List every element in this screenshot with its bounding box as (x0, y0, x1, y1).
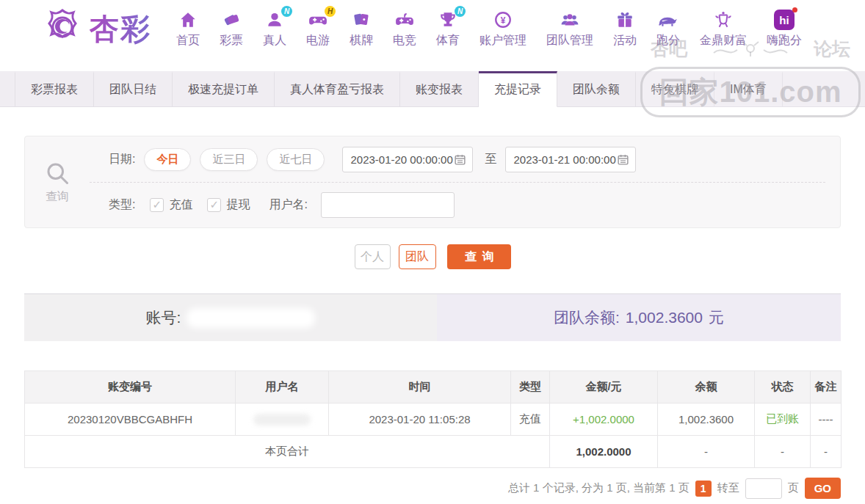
tab-fast-orders[interactable]: 极速充提订单 (173, 71, 275, 106)
deposit-checkbox-label: 充值 (169, 197, 192, 213)
go-button[interactable]: GO (805, 478, 841, 499)
current-page-badge[interactable]: 1 (695, 481, 712, 497)
summary-status: - (755, 436, 811, 468)
calendar-icon[interactable] (454, 153, 466, 166)
date-to-value: 2023-01-21 00:00:00 (513, 153, 615, 166)
type-filter-row: 类型: 充值 提现 用户名: (90, 182, 825, 227)
table-row: 20230120VBBCGABHFH 2023-01-20 11:05:28 充… (25, 403, 842, 436)
nav-egames[interactable]: H 电游 (306, 9, 330, 48)
deposit-checkbox[interactable]: 充值 (150, 197, 192, 213)
date-to-label: 至 (485, 152, 496, 167)
nav-label: 真人 (263, 33, 286, 48)
cell-type: 充值 (511, 403, 550, 436)
nav-label: 金鼎财富 (700, 33, 747, 48)
col-time: 时间 (329, 371, 511, 403)
date-from-input[interactable]: 2023-01-20 00:00:00 (342, 147, 473, 172)
cell-change-id: 20230120VBBCGABHFH (25, 403, 236, 436)
page-unit-label: 页 (788, 481, 799, 495)
nav-account-mgmt[interactable]: ¥ 账户管理 (479, 9, 526, 48)
redacted-username (253, 414, 311, 426)
goto-page-input[interactable] (745, 478, 782, 499)
team-balance-section: 团队余额: 1,002.3600 元 (437, 294, 841, 341)
rhino-icon (656, 9, 680, 31)
trophy-icon: N (436, 9, 460, 31)
gamepad-icon: H (306, 9, 330, 31)
redacted-account-value (187, 308, 315, 328)
main-nav: 首页 彩票 N 真人 (176, 9, 802, 48)
nav-label: 账户管理 (479, 33, 526, 48)
nav-label: 彩票 (220, 33, 243, 48)
nav-home[interactable]: 首页 (176, 9, 200, 48)
date-label: 日期: (109, 152, 135, 167)
col-status: 状态 (755, 371, 811, 403)
nav-label: 体育 (436, 33, 460, 48)
tab-team-daily[interactable]: 团队日结 (94, 71, 173, 106)
brand-name: 杏彩 (90, 9, 151, 49)
summary-amount: 1,002.0000 (550, 436, 658, 468)
col-change-id: 账变编号 (25, 371, 236, 403)
summary-remark: - (811, 436, 842, 468)
calendar-icon[interactable] (617, 153, 629, 166)
nav-label: 棋牌 (350, 33, 373, 48)
top-header: 杏彩 首页 彩票 N (0, 0, 865, 57)
date-to-input[interactable]: 2023-01-21 00:00:00 (505, 147, 636, 172)
nav-live[interactable]: N 真人 (263, 9, 286, 48)
action-buttons-row: 个人 团队 查询 (24, 244, 841, 269)
cell-amount: +1,002.0000 (550, 403, 658, 436)
cards-icon (350, 9, 373, 31)
hot-badge: H (325, 6, 336, 17)
nav-esports[interactable]: 电竞 (393, 9, 416, 48)
type-label: 类型: (109, 197, 135, 213)
tab-deposit-withdraw-records[interactable]: 充提记录 (479, 71, 557, 107)
nav-label: 电竞 (393, 33, 416, 48)
tab-lottery-report[interactable]: 彩票报表 (15, 71, 94, 106)
nav-cards[interactable]: 棋牌 (350, 9, 373, 48)
tab-team-balance[interactable]: 团队余额 (557, 71, 636, 106)
username-input[interactable] (321, 192, 455, 218)
search-filter-panel: 查询 日期: 今日 近三日 近七日 2023-01-20 00:00:00 (24, 136, 841, 228)
esports-gamepad-icon (393, 9, 416, 31)
team-button[interactable]: 团队 (399, 244, 436, 269)
red-dot-badge (792, 7, 797, 12)
cell-remark: ---- (811, 403, 842, 436)
gift-icon (613, 9, 637, 31)
nav-lottery[interactable]: 彩票 (220, 9, 243, 48)
nav-promos[interactable]: 活动 (613, 9, 637, 48)
tab-im-sports[interactable]: IM体育 (714, 71, 783, 106)
ding-vessel-icon (712, 9, 735, 31)
pagination-summary: 总计 1 个记录, 分为 1 页, 当前第 1 页 (508, 481, 690, 495)
new-badge: N (455, 6, 466, 17)
preset-7days-button[interactable]: 近七日 (267, 148, 325, 171)
date-filter-row: 日期: 今日 近三日 近七日 2023-01-20 00:00:00 至 (90, 136, 825, 182)
withdraw-checkbox-label: 提现 (226, 197, 250, 213)
nav-hipaofen[interactable]: hi 嗨跑分 (767, 9, 802, 48)
team-balance-label: 团队余额: (554, 307, 620, 328)
checkbox-checked-icon[interactable] (207, 198, 221, 212)
nav-team-mgmt[interactable]: 团队管理 (546, 9, 593, 48)
summary-label: 本页合计 (25, 436, 550, 468)
personal-button[interactable]: 个人 (355, 244, 391, 269)
table-header-row: 账变编号 用户名 时间 类型 金额/元 余额 状态 备注 (25, 371, 842, 403)
nav-label: 电游 (306, 33, 330, 48)
preset-today-button[interactable]: 今日 (144, 148, 191, 171)
nav-label: 团队管理 (546, 33, 593, 48)
records-table: 账变编号 用户名 时间 类型 金额/元 余额 状态 备注 20230120VBB… (24, 370, 842, 468)
hi-app-icon: hi (772, 9, 796, 31)
nav-label: 活动 (613, 33, 637, 48)
col-amount: 金额/元 (550, 371, 658, 403)
tab-live-sports-pl[interactable]: 真人体育盈亏报表 (275, 71, 400, 106)
tab-account-changes[interactable]: 账变报表 (400, 71, 479, 106)
brand-logo[interactable]: 杏彩 (43, 7, 151, 50)
tab-tetu-cards[interactable]: 特兔棋牌 (636, 71, 714, 106)
checkbox-checked-icon[interactable] (150, 198, 164, 212)
home-icon (176, 9, 200, 31)
team-balance-value: 1,002.3600 (626, 309, 703, 326)
col-balance: 余额 (658, 371, 755, 403)
new-badge: N (281, 6, 292, 17)
nav-jinding[interactable]: 金鼎财富 (700, 9, 747, 48)
preset-3days-button[interactable]: 近三日 (200, 148, 258, 171)
withdraw-checkbox[interactable]: 提现 (207, 197, 250, 213)
query-button[interactable]: 查询 (447, 244, 511, 269)
nav-paofen[interactable]: 跑分 (656, 9, 680, 48)
nav-sports[interactable]: N 体育 (436, 9, 460, 48)
